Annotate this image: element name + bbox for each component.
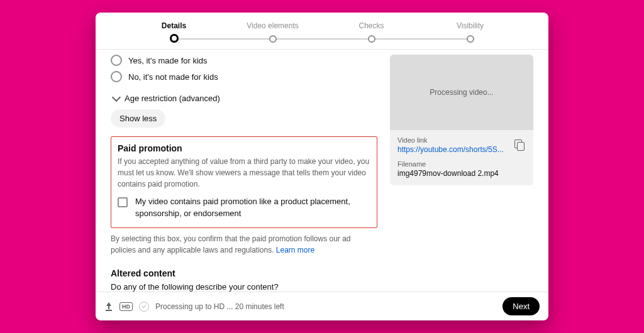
right-column: Processing video... Video link https://y… — [390, 50, 533, 289]
show-less-button[interactable]: Show less — [111, 109, 165, 128]
audience-no-option[interactable]: No, it's not made for kids — [111, 71, 377, 82]
age-restriction-toggle[interactable]: Age restriction (advanced) — [113, 94, 377, 103]
video-thumbnail: Processing video... — [390, 55, 533, 130]
altered-content-section: Altered content Do any of the following … — [111, 268, 377, 292]
dialog-body: Yes, it's made for kids No, it's not mad… — [96, 50, 548, 292]
hd-badge-icon: HD — [119, 302, 133, 311]
radio-label: Yes, it's made for kids — [128, 56, 208, 65]
chevron-down-icon — [112, 92, 121, 101]
step-label: Details — [125, 21, 223, 30]
dialog-footer: HD Processing up to HD ... 20 minutes le… — [96, 292, 548, 320]
step-checks[interactable]: Checks — [322, 21, 421, 44]
copy-icon[interactable] — [514, 139, 526, 151]
checkbox-label: My video contains paid promotion like a … — [135, 196, 370, 220]
filename-value: img4979mov-download 2.mp4 — [397, 169, 526, 178]
section-heading: Altered content — [111, 268, 377, 278]
next-button[interactable]: Next — [502, 297, 540, 315]
step-dot-icon — [467, 35, 474, 43]
video-link-label: Video link — [397, 136, 509, 144]
section-description: If you accepted anything of value from a… — [118, 156, 370, 190]
upload-status: HD Processing up to HD ... 20 minutes le… — [104, 302, 284, 312]
step-dot-icon — [368, 35, 375, 43]
video-preview-card: Processing video... Video link https://y… — [390, 55, 533, 185]
upload-dialog: Details Video elements Checks Visibility — [96, 13, 548, 320]
button-label: Show less — [119, 114, 157, 123]
checkbox-icon[interactable] — [118, 197, 128, 207]
radio-icon — [111, 55, 122, 66]
section-heading: Paid promotion — [118, 143, 370, 153]
audience-yes-option[interactable]: Yes, it's made for kids — [111, 55, 377, 66]
check-circle-icon — [139, 302, 149, 312]
disclaimer-text: By selecting this box, you confirm that … — [111, 234, 351, 254]
step-details[interactable]: Details — [125, 21, 223, 44]
learn-more-link[interactable]: Learn more — [276, 246, 314, 254]
step-dot-icon — [170, 34, 179, 43]
expander-label: Age restriction (advanced) — [125, 94, 220, 103]
step-label: Checks — [322, 21, 421, 30]
step-dot-icon — [269, 35, 277, 43]
filename-label: Filename — [397, 160, 526, 168]
step-label: Video elements — [223, 21, 322, 30]
radio-icon — [111, 71, 122, 82]
step-visibility[interactable]: Visibility — [421, 21, 519, 44]
left-column: Yes, it's made for kids No, it's not mad… — [111, 50, 377, 289]
radio-label: No, it's not made for kids — [128, 72, 218, 82]
step-video-elements[interactable]: Video elements — [223, 21, 322, 44]
upload-icon — [104, 302, 113, 311]
video-link[interactable]: https://youtube.com/shorts/5S... — [397, 145, 509, 154]
step-label: Visibility — [421, 21, 519, 30]
paid-promotion-section: Paid promotion If you accepted anything … — [111, 136, 377, 228]
stepper: Details Video elements Checks Visibility — [96, 13, 548, 50]
paid-promo-checkbox-row[interactable]: My video contains paid promotion like a … — [118, 196, 370, 220]
button-label: Next — [513, 302, 530, 311]
processing-text: Processing video... — [430, 88, 493, 97]
paid-promo-disclaimer: By selecting this box, you confirm that … — [111, 233, 377, 256]
status-text: Processing up to HD ... 20 minutes left — [155, 302, 284, 311]
altered-question: Do any of the following describe your co… — [111, 282, 377, 292]
